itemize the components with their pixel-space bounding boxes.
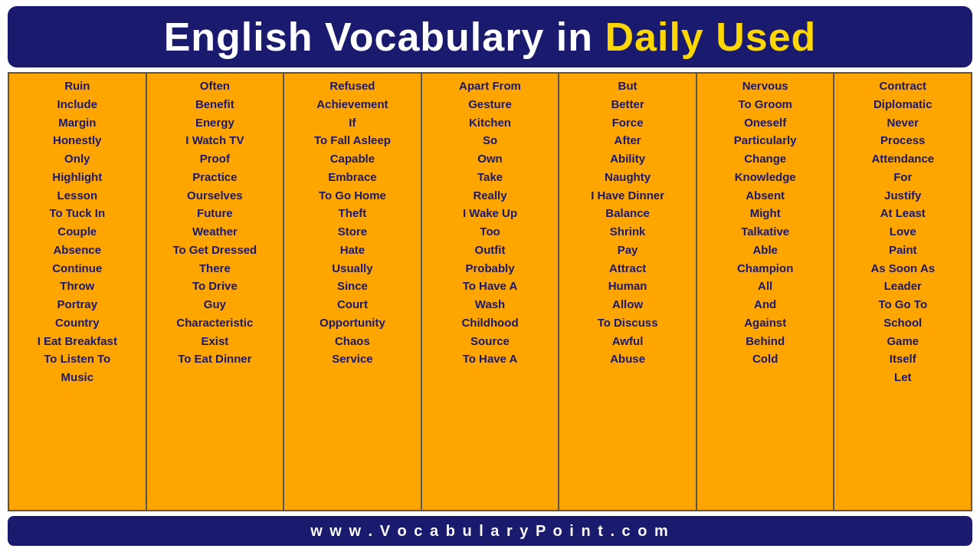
list-item: To Get Dressed [171,241,258,259]
list-item: To Fall Asleep [313,131,392,150]
list-item: If [347,113,357,132]
list-item: As Soon As [869,259,936,278]
list-item: Often [198,77,231,95]
list-item: Opportunity [318,314,387,332]
list-item: Absence [52,241,103,259]
list-item: Champion [736,259,795,278]
list-item: Contract [877,77,928,95]
title-yellow: Daily Used [605,15,816,59]
list-item: Paint [887,241,919,259]
list-item: Cold [751,350,779,368]
list-item: To Have A [461,277,519,295]
list-item: Source [469,332,511,350]
page-footer: w w w . V o c a b u l a r y P o i n t . … [8,516,972,546]
website-url: w w w . V o c a b u l a r y P o i n t . … [310,522,670,539]
vocabulary-grid: RuinIncludeMarginHonestlyOnlyHighlightLe… [8,72,972,511]
list-item: To Have A [461,350,519,368]
list-item: Behind [744,332,786,350]
list-item: All [756,277,774,295]
list-item: Refused [328,77,376,95]
vocabulary-column-1: RuinIncludeMarginHonestlyOnlyHighlightLe… [9,74,147,510]
list-item: Honestly [51,131,103,150]
list-item: Portray [56,295,100,314]
list-item: Couple [56,222,98,241]
list-item: Margin [57,113,97,132]
list-item: Achievement [315,95,389,113]
list-item: School [882,314,923,332]
list-item: Awful [611,332,645,350]
list-item: Own [476,150,504,168]
list-item: Music [60,368,96,386]
list-item: Game [885,332,920,350]
list-item: Benefit [194,95,236,113]
list-item: Never [885,113,920,132]
list-item: Gesture [467,95,513,113]
list-item: Highlight [51,168,103,186]
list-item: Continue [51,259,103,278]
list-item: Better [609,95,645,113]
vocabulary-column-5: ButBetterForceAfterAbilityNaughtyI Have … [559,74,697,510]
list-item: To Eat Dinner [176,350,253,368]
vocabulary-column-4: Apart FromGestureKitchenSoOwnTakeReallyI… [422,74,560,510]
list-item: Really [471,186,508,205]
list-item: Allow [611,295,644,314]
vocabulary-column-6: NervousTo GroomOneselfParticularlyChange… [697,74,835,510]
list-item: I Wake Up [461,204,519,222]
list-item: Able [751,241,779,259]
list-item: Probably [464,259,516,278]
list-item: Store [336,222,369,241]
list-item: To Tuck In [48,204,107,222]
list-item: Absent [744,186,786,205]
list-item: Nervous [741,77,790,95]
list-item: To Listen To [42,350,112,368]
list-item: Itself [888,350,918,368]
list-item: Usually [330,259,374,278]
list-item: Change [742,150,788,168]
list-item: Proof [198,150,231,168]
list-item: Leader [883,277,923,295]
list-item: Lesson [56,186,100,205]
vocabulary-column-2: OftenBenefitEnergyI Watch TVProofPractic… [147,74,285,510]
list-item: Energy [194,113,236,132]
list-item: Practice [191,168,238,186]
list-item: Knowledge [733,168,798,186]
list-item: Force [611,113,645,132]
list-item: Country [54,314,101,332]
vocabulary-column-7: ContractDiplomaticNeverProcessAttendance… [834,74,971,510]
list-item: Kitchen [467,113,513,132]
list-item: And [752,295,778,314]
list-item: Guy [202,295,228,314]
list-item: Let [893,368,913,386]
list-item: Particularly [733,131,798,150]
list-item: To Drive [191,277,239,295]
list-item: Include [56,95,100,113]
list-item: Embrace [326,168,378,186]
list-item: Process [879,131,926,150]
list-item: Ruin [63,77,91,95]
list-item: At Least [879,204,927,222]
list-item: So [481,131,499,150]
vocabulary-column-3: RefusedAchievementIfTo Fall AsleepCapabl… [284,74,422,510]
list-item: I Have Dinner [589,186,666,205]
list-item: To Groom [736,95,794,113]
list-item: Theft [337,204,369,222]
list-item: After [613,131,643,150]
list-item: Only [63,150,91,168]
list-item: Since [336,277,369,295]
list-item: Attendance [870,150,936,168]
list-item: Future [195,204,234,222]
list-item: Attract [608,259,647,278]
list-item: Might [749,204,782,222]
list-item: To Go Home [317,186,388,205]
list-item: Chaos [333,332,372,350]
list-item: Outfit [474,241,507,259]
list-item: There [198,259,232,278]
list-item: Too [478,222,501,241]
page-header: English Vocabulary in Daily Used [8,6,972,67]
list-item: Oneself [742,113,788,132]
list-item: I Watch TV [184,131,245,150]
list-item: Abuse [608,350,647,368]
list-item: Service [330,350,374,368]
list-item: Diplomatic [872,95,934,113]
list-item: Talkative [739,222,791,241]
